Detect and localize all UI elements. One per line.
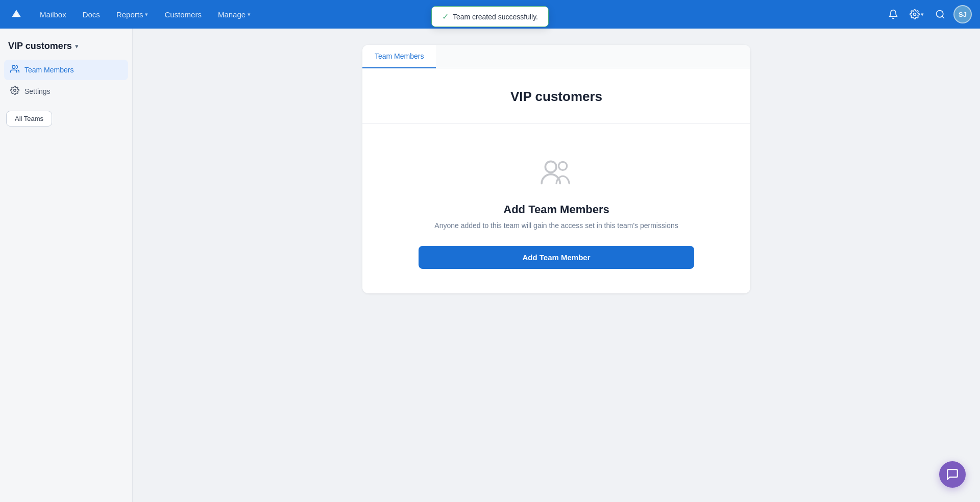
card-header-section: VIP customers <box>362 68 750 123</box>
app-logo[interactable] <box>8 6 24 22</box>
svg-point-5 <box>545 161 556 172</box>
sidebar-title: VIP customers <box>8 41 72 52</box>
empty-state: Add Team Members Anyone added to this te… <box>362 123 750 293</box>
sidebar: VIP customers ▾ Team Members <box>0 29 133 502</box>
svg-point-4 <box>14 89 16 92</box>
sidebar-header: VIP customers ▾ <box>0 37 132 60</box>
team-name: VIP customers <box>387 89 726 105</box>
reports-chevron: ▾ <box>145 11 148 18</box>
add-team-member-button[interactable]: Add Team Member <box>419 246 694 269</box>
sidebar-item-team-members[interactable]: Team Members <box>4 60 128 80</box>
all-teams-button[interactable]: All Teams <box>6 111 52 127</box>
people-icon <box>10 64 19 76</box>
empty-state-description: Anyone added to this team will gain the … <box>387 221 726 230</box>
settings-button[interactable]: ▾ <box>906 7 927 21</box>
manage-chevron: ▾ <box>248 11 251 18</box>
gear-icon <box>10 86 19 97</box>
notifications-button[interactable] <box>884 5 902 23</box>
tab-team-members[interactable]: Team Members <box>362 45 436 68</box>
check-icon: ✓ <box>442 12 449 21</box>
nav-mailbox[interactable]: Mailbox <box>33 6 74 23</box>
svg-point-6 <box>559 162 567 170</box>
empty-icon-area <box>387 154 726 191</box>
main-content: Team Members VIP customers Add Team Memb… <box>133 29 980 502</box>
nav-manage[interactable]: Manage ▾ <box>211 6 258 23</box>
search-button[interactable] <box>931 5 949 23</box>
svg-line-2 <box>942 16 944 18</box>
svg-point-3 <box>12 65 15 68</box>
chat-icon <box>946 468 959 481</box>
nav-docs[interactable]: Docs <box>76 6 107 23</box>
nav-customers[interactable]: Customers <box>157 6 209 23</box>
sidebar-item-settings[interactable]: Settings <box>4 81 128 102</box>
sidebar-footer: All Teams <box>0 103 132 127</box>
svg-point-0 <box>914 13 916 16</box>
topnav-right: ▾ SJ <box>884 5 972 23</box>
sidebar-title-chevron[interactable]: ▾ <box>75 42 79 50</box>
nav-reports[interactable]: Reports ▾ <box>109 6 156 23</box>
card-tabs: Team Members <box>362 45 750 68</box>
main-layout: VIP customers ▾ Team Members <box>0 29 980 502</box>
user-avatar[interactable]: SJ <box>953 5 972 23</box>
sidebar-nav: Team Members Settings <box>0 60 132 102</box>
chat-bubble-button[interactable] <box>939 461 966 488</box>
success-toast: ✓ Team created successfully. <box>431 6 549 27</box>
empty-members-icon <box>538 154 575 191</box>
empty-state-title: Add Team Members <box>387 203 726 216</box>
team-card: Team Members VIP customers Add Team Memb… <box>362 45 750 293</box>
settings-chevron: ▾ <box>921 11 924 18</box>
